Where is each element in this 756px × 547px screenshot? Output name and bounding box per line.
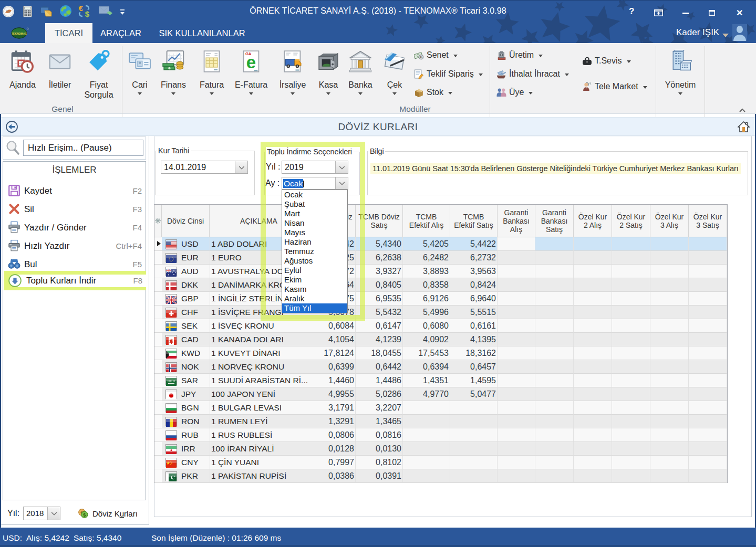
svg-text:$: $ xyxy=(85,9,90,18)
svg-text:e: e xyxy=(246,52,256,72)
svg-text:TEKNOMAX: TEKNOMAX xyxy=(12,32,27,35)
svg-text:₺: ₺ xyxy=(420,55,422,59)
svg-text:$: $ xyxy=(83,512,86,518)
svg-text:€: € xyxy=(79,4,84,13)
